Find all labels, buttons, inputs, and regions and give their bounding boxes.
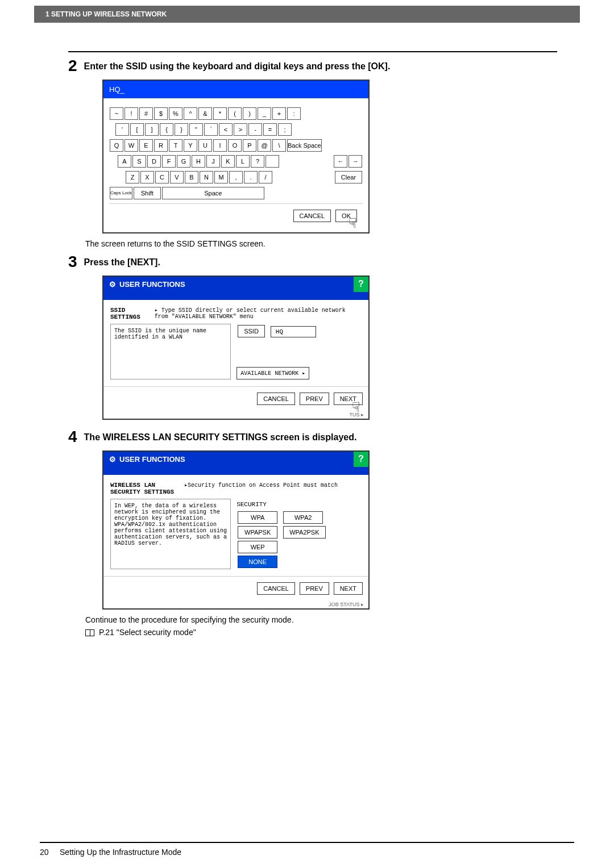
arrow-right-key[interactable]: → — [349, 155, 362, 168]
key[interactable]: ' — [115, 123, 129, 136]
header-title: USER FUNCTIONS — [119, 455, 185, 464]
wpapsk-button[interactable]: WPAPSK — [238, 526, 277, 539]
key[interactable]: % — [169, 107, 182, 120]
key[interactable]: ; — [278, 123, 292, 136]
key[interactable]: ~ — [110, 107, 123, 120]
user-functions-header: ⚙ USER FUNCTIONS ? — [103, 452, 368, 467]
key[interactable]: X — [140, 171, 154, 183]
key[interactable]: < — [219, 123, 233, 136]
next-button[interactable]: NEXT — [334, 582, 363, 595]
space-key[interactable]: Space — [162, 187, 264, 199]
key[interactable]: : — [287, 107, 301, 120]
prev-button[interactable]: PREV — [300, 582, 329, 595]
key[interactable]: C — [155, 171, 169, 183]
key[interactable]: + — [272, 107, 286, 120]
key[interactable]: F — [162, 155, 176, 168]
key[interactable]: Y — [184, 139, 197, 152]
wpa-button[interactable]: WPA — [238, 511, 277, 524]
sub-bar — [103, 467, 368, 475]
clear-key[interactable]: Clear — [335, 171, 362, 183]
key[interactable]: A — [118, 155, 131, 168]
key[interactable]: U — [198, 139, 212, 152]
key[interactable]: ^ — [184, 107, 197, 120]
prev-button[interactable]: PREV — [300, 393, 329, 405]
key[interactable]: ] — [145, 123, 159, 136]
key[interactable]: } — [175, 123, 188, 136]
key[interactable]: H — [192, 155, 205, 168]
key[interactable] — [265, 155, 279, 168]
backspace-key[interactable]: Back Space — [287, 139, 322, 152]
key[interactable]: T — [169, 139, 182, 152]
key[interactable]: Z — [126, 171, 139, 183]
key[interactable]: , — [229, 171, 243, 183]
key[interactable]: & — [198, 107, 212, 120]
arrow-left-key[interactable]: ← — [334, 155, 347, 168]
key[interactable]: P — [243, 139, 256, 152]
step-2-note: The screen returns to the SSID SETTINGS … — [85, 239, 557, 248]
key[interactable]: O — [228, 139, 242, 152]
key[interactable]: $ — [154, 107, 168, 120]
page-header-text: 1 SETTING UP WIRELESS NETWORK — [45, 10, 167, 18]
kb-row-6: Caps Lock Shift Space — [109, 186, 363, 200]
key[interactable]: Q — [110, 139, 123, 152]
gear-icon: ⚙ — [109, 455, 116, 464]
key[interactable]: W — [125, 139, 138, 152]
ssid-description: The SSID is the unique name identified i… — [110, 324, 231, 379]
key[interactable]: \ — [272, 139, 286, 152]
key[interactable]: D — [147, 155, 161, 168]
cancel-button[interactable]: CANCEL — [293, 210, 331, 222]
cursor-hand-icon: ☟ — [349, 215, 357, 231]
page-footer: 20 Setting Up the Infrastructure Mode — [40, 842, 574, 857]
user-functions-header: ⚙ USER FUNCTIONS ? — [103, 277, 368, 292]
key[interactable]: { — [160, 123, 173, 136]
wep-button[interactable]: WEP — [238, 541, 277, 553]
key[interactable]: ( — [228, 107, 242, 120]
key[interactable]: J — [206, 155, 220, 168]
key[interactable]: ` — [204, 123, 218, 136]
key[interactable]: R — [154, 139, 168, 152]
key[interactable]: K — [221, 155, 235, 168]
key[interactable]: S — [132, 155, 146, 168]
wpa2-button[interactable]: WPA2 — [283, 511, 323, 524]
help-button[interactable]: ? — [354, 452, 368, 467]
key[interactable]: V — [170, 171, 184, 183]
kb-row-5: Z X C V B N M , . / Clear — [109, 170, 363, 184]
key[interactable]: ! — [125, 107, 138, 120]
key[interactable]: ) — [243, 107, 256, 120]
shift-key[interactable]: Shift — [134, 187, 161, 199]
key[interactable]: / — [259, 171, 272, 183]
capslock-key[interactable]: Caps Lock — [110, 187, 132, 199]
key[interactable]: - — [248, 123, 262, 136]
key[interactable]: N — [200, 171, 213, 183]
key[interactable]: > — [234, 123, 247, 136]
step-number: 4 — [68, 429, 77, 445]
key[interactable]: E — [139, 139, 153, 152]
kb-row-2: ' [ ] { } " ` < > - = ; — [109, 123, 363, 136]
wpa2psk-button[interactable]: WPA2PSK — [283, 526, 325, 539]
key[interactable]: L — [236, 155, 250, 168]
ssid-settings-screenshot: ⚙ USER FUNCTIONS ? SSID SETTINGS ▸ Type … — [102, 276, 370, 420]
key[interactable]: [ — [130, 123, 144, 136]
key[interactable]: _ — [258, 107, 271, 120]
key[interactable]: G — [177, 155, 190, 168]
available-network-button[interactable]: AVAILABLE NETWORK ▸ — [237, 367, 309, 379]
security-label: SECURITY — [237, 501, 362, 508]
key[interactable]: @ — [258, 139, 271, 152]
key[interactable]: " — [189, 123, 203, 136]
none-button[interactable]: NONE — [238, 556, 277, 568]
key[interactable]: M — [214, 171, 228, 183]
kb-row-3: Q W E R T Y U I O P @ \ Back Space — [109, 139, 363, 152]
key[interactable]: # — [139, 107, 153, 120]
key[interactable]: B — [185, 171, 198, 183]
page-header: 1 SETTING UP WIRELESS NETWORK — [34, 6, 580, 23]
help-button[interactable]: ? — [354, 277, 368, 292]
key[interactable]: . — [244, 171, 258, 183]
cancel-button[interactable]: CANCEL — [257, 582, 295, 595]
cancel-button[interactable]: CANCEL — [257, 393, 295, 405]
key[interactable]: I — [213, 139, 227, 152]
key[interactable]: = — [263, 123, 277, 136]
step-number: 3 — [68, 254, 77, 270]
key[interactable]: * — [213, 107, 227, 120]
key[interactable]: ? — [251, 155, 264, 168]
ssid-button[interactable]: SSID — [238, 325, 265, 337]
